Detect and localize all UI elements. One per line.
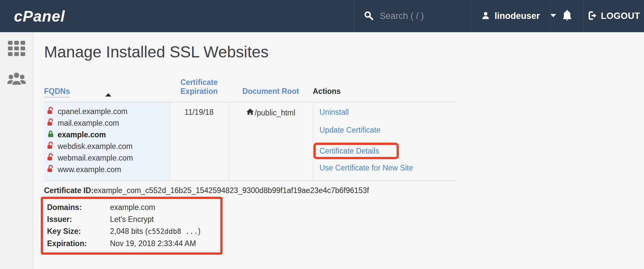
column-header-actions: Actions bbox=[313, 78, 456, 102]
key-size-row: Key Size: 2,048 bits (c552ddb8 ...) bbox=[47, 225, 200, 237]
certificate-details-annotation-box-2: Domains: example.com Issuer: Let's Encry… bbox=[41, 197, 223, 255]
document-root-path: /public_html bbox=[255, 108, 295, 117]
fqdn-domain: example.com bbox=[58, 130, 106, 139]
expiration-row: Expiration: Nov 19, 2018 2:33:44 AM bbox=[47, 237, 200, 249]
expiration-value: Nov 19, 2018 2:33:44 AM bbox=[110, 237, 196, 249]
red-open-lock-icon bbox=[47, 118, 55, 128]
username-label: linodeuser bbox=[495, 11, 540, 21]
key-size-label: Key Size: bbox=[47, 225, 110, 237]
installed-ssl-table: FQDNs Certificate Expiration Document Ro… bbox=[44, 78, 456, 181]
red-open-lock-icon bbox=[47, 142, 55, 152]
main-content: Manage Installed SSL Websites FQDNs Cert… bbox=[33, 32, 644, 269]
home-icon bbox=[246, 108, 254, 118]
document-root-cell: /public_html bbox=[229, 102, 313, 181]
user-menu[interactable]: linodeuser bbox=[471, 0, 551, 32]
domains-label: Domains: bbox=[47, 201, 110, 213]
fqdns-header-link[interactable]: FQDNs bbox=[44, 87, 70, 98]
certificate-id-value: example_com_c552d_16b25_1542594823_9300d… bbox=[94, 186, 369, 195]
certificate-expiration-cell: 11/19/18 bbox=[170, 102, 229, 181]
update-certificate-link[interactable]: Update Certificate bbox=[320, 125, 381, 135]
fqdn-list-item: webdisk.example.com bbox=[47, 141, 170, 152]
navbar-right-cluster: linodeuser LOGOUT bbox=[354, 0, 644, 32]
domains-value: example.com bbox=[110, 201, 155, 213]
bell-icon bbox=[562, 10, 573, 23]
fqdn-list-item: www.example.com bbox=[47, 164, 170, 175]
use-certificate-for-new-site-link[interactable]: Use Certificate for New Site bbox=[320, 163, 413, 173]
fqdn-list-item: mail.example.com bbox=[47, 117, 170, 129]
user-icon bbox=[481, 11, 490, 22]
red-open-lock-icon bbox=[47, 107, 55, 117]
fqdns-cell: cpanel.example.com mail.example.com bbox=[44, 102, 170, 181]
user-groups-icon[interactable] bbox=[7, 71, 26, 86]
search-input[interactable] bbox=[380, 11, 462, 21]
search-bar[interactable] bbox=[354, 0, 471, 32]
logout-icon bbox=[588, 11, 598, 22]
key-fingerprint: c552ddb8 ... bbox=[148, 228, 198, 235]
left-sidebar bbox=[0, 32, 33, 269]
expiration-label: Expiration: bbox=[47, 237, 110, 249]
apps-grid-icon[interactable] bbox=[8, 41, 25, 56]
issuer-value: Let's Encrypt bbox=[110, 213, 154, 225]
column-header-fqdns: FQDNs bbox=[44, 78, 170, 102]
fqdn-list-item: webmail.example.com bbox=[47, 152, 170, 164]
cpanel-logo[interactable]: cPanel bbox=[0, 0, 65, 32]
fqdn-domain: cpanel.example.com bbox=[58, 107, 128, 116]
certificate-details-link[interactable]: Certificate Details bbox=[320, 146, 379, 156]
key-size-value: 2,048 bits (c552ddb8 ...) bbox=[110, 225, 200, 237]
domains-row: Domains: example.com bbox=[47, 201, 200, 213]
expiration-date: 11/19/18 bbox=[185, 108, 214, 116]
fqdn-domain: webmail.example.com bbox=[58, 154, 133, 163]
column-header-document-root[interactable]: Document Root bbox=[229, 78, 313, 102]
search-icon bbox=[364, 11, 374, 22]
fqdn-domain: webdisk.example.com bbox=[58, 142, 133, 151]
fqdn-list-item: cpanel.example.com bbox=[47, 106, 170, 117]
table-header-row: FQDNs Certificate Expiration Document Ro… bbox=[44, 78, 456, 102]
top-navbar: cPanel linodeuser bbox=[0, 0, 644, 32]
fqdn-list-item-primary: example.com bbox=[47, 129, 170, 141]
uninstall-link[interactable]: Uninstall bbox=[320, 107, 349, 117]
certificate-details-annotation-box: Certificate Details bbox=[313, 143, 399, 159]
fqdn-domain: www.example.com bbox=[58, 165, 121, 174]
certificate-id-line: Certificate ID:example_com_c552d_16b25_1… bbox=[44, 186, 644, 195]
fqdn-domain: mail.example.com bbox=[58, 119, 119, 128]
logout-label: LOGOUT bbox=[601, 11, 640, 21]
column-header-certificate-expiration[interactable]: Certificate Expiration bbox=[170, 78, 229, 102]
logout-button[interactable]: LOGOUT bbox=[583, 0, 644, 32]
issuer-label: Issuer: bbox=[47, 213, 110, 225]
notifications-button[interactable] bbox=[551, 0, 583, 32]
issuer-row: Issuer: Let's Encrypt bbox=[47, 213, 200, 225]
actions-cell: Uninstall Update Certificate Certificate… bbox=[313, 102, 456, 181]
sort-ascending-icon[interactable] bbox=[105, 93, 111, 97]
page-title: Manage Installed SSL Websites bbox=[44, 41, 644, 63]
certificate-id-label: Certificate ID: bbox=[44, 186, 94, 195]
green-closed-lock-icon bbox=[47, 130, 55, 140]
table-row: cpanel.example.com mail.example.com bbox=[44, 102, 456, 181]
red-open-lock-icon bbox=[47, 153, 55, 163]
red-open-lock-icon bbox=[47, 165, 55, 175]
